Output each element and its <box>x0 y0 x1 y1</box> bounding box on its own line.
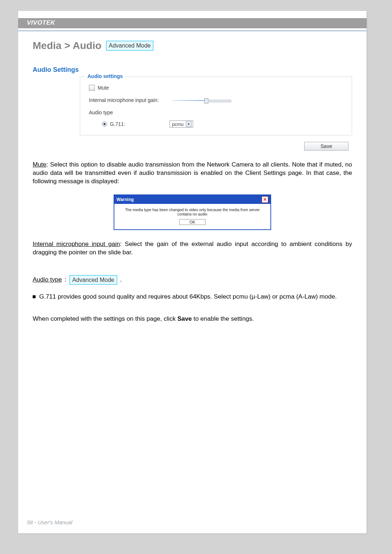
bullet-list: G.711 provides good sound quality and re… <box>33 293 352 301</box>
bullet-icon <box>33 295 36 298</box>
audio-type-row: Audio type <box>89 110 343 115</box>
mute-lead: Mute <box>33 161 46 168</box>
page-footer: 58 - User's Manual <box>27 519 72 525</box>
advanced-mode-badge: Advanced Mode <box>106 41 154 50</box>
bullet-g711: G.711 provides good sound quality and re… <box>33 293 352 301</box>
save-button[interactable]: Save <box>304 142 348 151</box>
section-title: Audio Settings <box>33 66 352 74</box>
gain-label: Internal microphone input gain: <box>89 97 165 103</box>
mute-checkbox[interactable] <box>89 85 95 91</box>
save-row: Save <box>33 142 348 151</box>
warning-ok-button[interactable]: OK <box>179 219 205 225</box>
breadcrumb: Media > Audio Advanced Mode <box>33 40 352 52</box>
mute-paragraph: Mute: Select this option to disable audi… <box>33 161 352 186</box>
gain-row: Internal microphone input gain: <box>89 97 343 103</box>
codec-value: pcmu <box>172 122 184 127</box>
bullet-g711-text: G.711 provides good sound quality and re… <box>39 293 337 301</box>
g711-row: G.711: pcmu ▼ <box>89 120 343 128</box>
audio-type-lead: Audio type <box>33 276 62 284</box>
advanced-mode-badge-inline: Advanced Mode <box>69 275 117 285</box>
gain-lead: Internal microphone input gain <box>33 241 120 247</box>
g711-label: G.711: <box>110 121 125 127</box>
audio-type-label: Audio type <box>89 110 113 115</box>
header-rule <box>18 30 367 31</box>
mute-rest: : Select this option to disable audio tr… <box>33 161 352 185</box>
slider-track-empty <box>208 100 231 102</box>
warning-body: The media type has been changed to video… <box>114 204 270 229</box>
gain-slider[interactable] <box>172 98 230 103</box>
save-para-2: to enable the settings. <box>192 315 254 322</box>
g711-radio[interactable] <box>102 122 107 127</box>
save-para-1: When completed with the settings on this… <box>33 315 177 322</box>
save-para-bold: Save <box>177 315 192 322</box>
audio-type-trail: . <box>120 276 122 284</box>
audio-type-paragraph: Audio type: Advanced Mode . <box>33 275 352 285</box>
warning-titlebar: Warning ✕ <box>114 195 270 204</box>
audio-settings-fieldset: Audio settings Mute Internal microphone … <box>80 77 352 135</box>
mute-label: Mute <box>98 85 109 91</box>
save-paragraph: When completed with the settings on this… <box>33 315 352 323</box>
chevron-down-icon: ▼ <box>186 121 192 127</box>
warning-title: Warning <box>117 197 134 202</box>
header-band <box>18 18 367 28</box>
warning-dialog: Warning ✕ The media type has been change… <box>114 194 271 230</box>
brand-logo: VIVOTEK <box>27 19 55 26</box>
slider-track-filled <box>172 100 205 101</box>
codec-select[interactable]: pcmu ▼ <box>170 120 193 128</box>
gain-paragraph: Internal microphone input gain: Select t… <box>33 240 352 257</box>
close-icon[interactable]: ✕ <box>262 196 268 203</box>
warning-text: The media type has been changed to video… <box>118 208 267 216</box>
fieldset-legend: Audio settings <box>85 73 125 79</box>
breadcrumb-text: Media > Audio <box>33 40 102 52</box>
mute-row: Mute <box>89 85 343 91</box>
